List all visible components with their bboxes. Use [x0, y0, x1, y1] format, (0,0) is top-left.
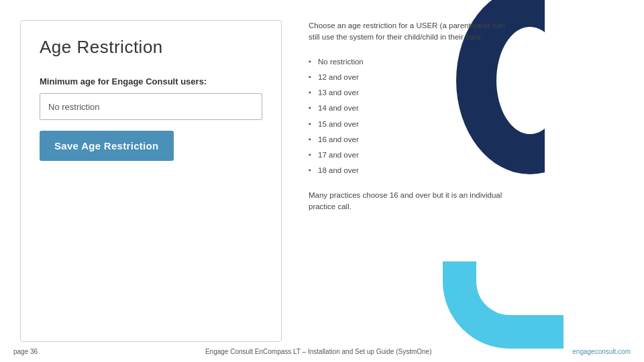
list-item: 16 and over — [309, 132, 517, 147]
age-options-list: No restriction12 and over13 and over14 a… — [309, 54, 517, 179]
list-item: 14 and over — [309, 101, 517, 116]
info-footer: Many practices choose 16 and over but it… — [309, 190, 517, 213]
page-footer: page 36 Engage Consult EnCompass LT – In… — [0, 348, 644, 355]
form-label: Minimum age for Engage Consult users: — [40, 76, 262, 86]
info-panel: Choose an age restriction for a USER (a … — [282, 0, 537, 362]
list-item: 17 and over — [309, 147, 517, 163]
list-item: No restriction — [309, 54, 517, 70]
page-title: Age Restriction — [40, 37, 262, 58]
list-item: 18 and over — [309, 163, 517, 178]
save-age-restriction-button[interactable]: Save Age Restriction — [40, 131, 174, 161]
list-item: 12 and over — [309, 70, 517, 85]
info-description: Choose an age restriction for a USER (a … — [309, 20, 517, 44]
select-wrapper[interactable]: No restriction — [40, 93, 262, 120]
select-value: No restriction — [48, 102, 100, 112]
page-number: page 36 — [13, 348, 38, 355]
list-item: 13 and over — [309, 85, 517, 101]
form-card: Age Restriction Minimum age for Engage C… — [20, 20, 282, 342]
footer-doc-title: Engage Consult EnCompass LT – Installati… — [38, 348, 572, 355]
footer-brand: engageconsult.com — [572, 348, 631, 355]
content-wrapper: Age Restriction Minimum age for Engage C… — [0, 0, 644, 362]
list-item: 15 and over — [309, 117, 517, 132]
